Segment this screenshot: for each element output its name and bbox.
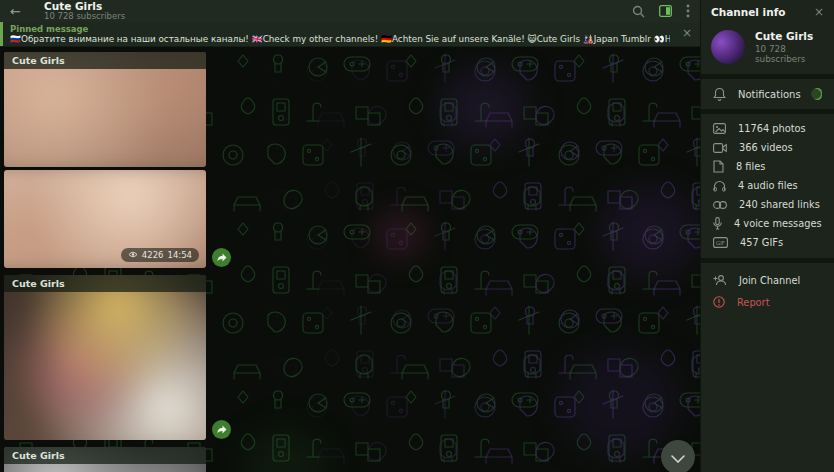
panel-title: Channel info (711, 6, 814, 18)
channel-profile: Cute Girls 10 728 subscribers (701, 24, 834, 74)
message-meta: 4226 14:54 (121, 248, 199, 262)
toggle-sidebar-icon[interactable] (659, 5, 672, 17)
chat-title: Cute Girls (44, 1, 632, 12)
message-photo: Cute Girls (4, 275, 206, 440)
channel-info-panel: Channel info × Cute Girls 10 728 subscri… (700, 0, 834, 472)
pinned-message-bar[interactable]: Pinned message 🇷🇺Обратите внимание на на… (0, 22, 700, 47)
svg-text:GIF: GIF (716, 240, 725, 246)
message-author: Cute Girls (4, 275, 206, 292)
message-list: Cute Girls 4226 14:54 (4, 52, 206, 472)
stat-label: 457 GIFs (740, 237, 783, 248)
join-channel-label: Join Channel (739, 275, 800, 286)
report-label: Report (737, 297, 769, 308)
headphones-icon (713, 180, 726, 192)
person-add-icon (713, 274, 727, 286)
back-icon[interactable]: ← (10, 4, 44, 19)
pinned-label: Pinned message (10, 24, 88, 34)
stat-label: 4 audio files (738, 180, 798, 191)
chevron-down-icon (671, 448, 685, 467)
link-icon (713, 201, 727, 209)
stat-label: 240 shared links (739, 199, 820, 210)
file-icon (713, 160, 724, 173)
photo-placeholder[interactable]: 4226 14:54 (4, 170, 206, 268)
search-icon[interactable] (632, 5, 645, 18)
stat-files[interactable]: 8 files (701, 157, 834, 176)
stat-label: 4 voice messages (734, 218, 822, 229)
message-author: Cute Girls (4, 52, 206, 69)
chat-subscribers: 10 728 subscribers (44, 12, 632, 21)
views-eye-icon (128, 250, 138, 260)
message-time: 14:54 (168, 250, 193, 260)
channel-name: Cute Girls (755, 30, 824, 44)
chat-header: ← Cute Girls 10 728 subscribers (0, 0, 700, 22)
photo-placeholder[interactable]: Cute Girls (4, 52, 206, 167)
stat-videos[interactable]: 366 videos (701, 138, 834, 157)
message-album: Cute Girls 4226 14:54 (4, 52, 206, 268)
header-actions (632, 4, 690, 18)
stat-label: 366 videos (739, 142, 793, 153)
gif-icon: GIF (713, 237, 728, 248)
microphone-icon (713, 217, 722, 230)
scroll-to-bottom-button[interactable] (661, 440, 695, 472)
notifications-row[interactable]: Notifications (701, 79, 834, 109)
photo-placeholder[interactable]: Cute Girls (4, 447, 206, 472)
menu-kebab-icon[interactable] (686, 4, 690, 18)
bell-icon (713, 87, 726, 101)
photo-placeholder[interactable]: Cute Girls (4, 275, 206, 440)
report-icon (713, 296, 725, 308)
notifications-toggle[interactable] (813, 88, 822, 100)
channel-avatar[interactable] (711, 30, 745, 64)
panel-header: Channel info × (701, 0, 834, 24)
shared-media-stats: 11764 photos 366 videos 8 files 4 audio … (701, 114, 834, 258)
stat-label: 8 files (736, 161, 765, 172)
pinned-close-icon[interactable]: × (682, 26, 692, 40)
panel-actions: Join Channel Report (701, 263, 834, 319)
close-icon[interactable]: × (814, 5, 824, 19)
channel-subscribers: 10 728 subscribers (755, 44, 824, 64)
chat-title-block[interactable]: Cute Girls 10 728 subscribers (44, 1, 632, 21)
video-icon (713, 143, 727, 153)
notifications-label: Notifications (738, 89, 801, 100)
report-button[interactable]: Report (701, 291, 834, 313)
chat-area: Cute Girls 4226 14:54 (0, 47, 700, 472)
stat-audio-files[interactable]: 4 audio files (701, 176, 834, 195)
stat-gifs[interactable]: GIF 457 GIFs (701, 233, 834, 252)
message-photo: Cute Girls (4, 447, 206, 472)
stat-voice-messages[interactable]: 4 voice messages (701, 214, 834, 233)
stat-photos[interactable]: 11764 photos (701, 119, 834, 138)
photo-icon (713, 123, 726, 134)
share-button[interactable] (212, 248, 231, 267)
message-author: Cute Girls (4, 447, 206, 464)
pinned-accent-bar (0, 22, 3, 46)
chat-column: ← Cute Girls 10 728 subscribers Pinned m… (0, 0, 700, 472)
telegram-app: ← Cute Girls 10 728 subscribers Pinned m… (0, 0, 834, 472)
stat-shared-links[interactable]: 240 shared links (701, 195, 834, 214)
views-count: 4226 (142, 250, 164, 260)
pinned-text: 🇷🇺Обратите внимание на наши остальные ка… (10, 34, 670, 44)
stat-label: 11764 photos (738, 123, 806, 134)
join-channel-button[interactable]: Join Channel (701, 269, 834, 291)
share-button[interactable] (212, 420, 231, 439)
